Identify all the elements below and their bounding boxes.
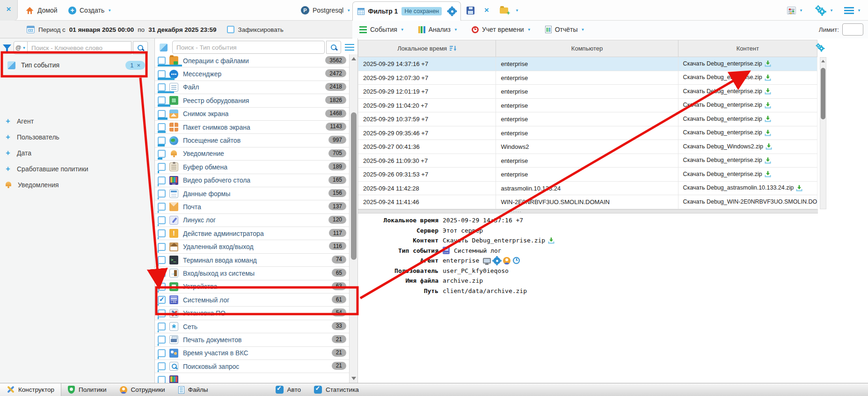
download-link[interactable]: Скачать Debug_WIN-2E0NRBVF3UO.SMOLIN.DOM… [683, 195, 817, 209]
person-icon[interactable] [503, 257, 511, 264]
event-type-checkbox[interactable] [158, 83, 166, 91]
event-type-checkbox[interactable] [158, 296, 166, 304]
tab-analysis[interactable]: Анализ ▼ [418, 26, 458, 33]
sidebar-item-agent[interactable]: + Агент [0, 113, 154, 129]
keyword-mode-select[interactable]: @▼ [14, 41, 28, 54]
close-filter-button[interactable]: × [484, 0, 489, 21]
event-type-row[interactable]: Терминал ввода команд 74 [155, 254, 350, 267]
tab-filter-1[interactable]: Фильтр 1 Не сохранен [352, 1, 461, 21]
events-scrollbar[interactable] [820, 57, 826, 209]
event-type-checkbox[interactable] [158, 243, 166, 251]
statistics-checkbox[interactable]: Статистика [314, 386, 359, 394]
column-header-computer[interactable]: Компьютер [496, 40, 678, 57]
monitor-icon[interactable] [483, 258, 491, 264]
event-type-checkbox[interactable] [158, 137, 166, 145]
view-settings-button[interactable]: ▼ [787, 0, 803, 21]
download-link[interactable]: Скачать Debug_enterprise.zip [683, 112, 762, 126]
event-type-row[interactable]: Вход/выход из системы 65 [155, 267, 350, 280]
filter-chip-event-type[interactable]: Тип события 1 × [0, 56, 154, 74]
event-type-checkbox[interactable] [158, 309, 166, 317]
download-icon[interactable] [765, 157, 771, 164]
event-type-row[interactable]: Поисковый запрос 21 [155, 360, 350, 373]
event-type-row[interactable]: Действие администратора 117 [155, 227, 350, 240]
event-type-row[interactable]: Данные формы 156 [155, 187, 350, 200]
event-type-row[interactable] [155, 373, 350, 383]
download-icon[interactable] [765, 102, 771, 109]
event-type-row[interactable]: Почта 137 [155, 200, 350, 213]
sidebar-item-user[interactable]: + Пользователь [0, 129, 154, 145]
scroll-down-icon[interactable] [351, 377, 356, 380]
services-button[interactable]: ▼ [815, 0, 833, 21]
event-type-row[interactable]: Буфер обмена 189 [155, 161, 350, 174]
table-row[interactable]: 2025-09-26 09:31:53 +7 enterprise Скачат… [358, 168, 817, 182]
event-type-checkbox[interactable] [158, 190, 166, 198]
tab-employees[interactable]: Сотрудники [113, 383, 172, 396]
scroll-up-icon[interactable] [351, 57, 356, 60]
tab-events[interactable]: События ▼ [359, 26, 404, 33]
column-header-content[interactable]: Контент [678, 40, 817, 57]
scroll-up-icon[interactable] [821, 60, 825, 63]
sidebar-item-notifications[interactable]: Уведомления [0, 177, 154, 193]
sidebar-item-triggered-policies[interactable]: + Сработавшие политики [0, 161, 154, 177]
event-type-checkbox[interactable] [158, 57, 166, 65]
keyword-search-button[interactable] [133, 41, 148, 54]
event-type-search-button[interactable] [326, 41, 341, 54]
event-type-search-input[interactable] [172, 41, 325, 54]
event-type-checkbox[interactable] [158, 163, 166, 171]
event-type-checkbox[interactable] [158, 349, 166, 357]
event-type-row[interactable]: Устройства 63 [155, 280, 350, 293]
fix-period-checkbox[interactable] [227, 26, 234, 33]
download-link[interactable]: Скачать Debug_enterprise.zip [683, 154, 762, 168]
download-link[interactable]: Скачать Debug_enterprise.zip [443, 237, 545, 244]
event-type-checkbox[interactable] [158, 229, 166, 237]
download-link[interactable]: Скачать Debug_Windows2.zip [683, 140, 763, 154]
download-icon[interactable] [765, 88, 771, 95]
expand-plus-icon[interactable]: + [5, 133, 11, 141]
save-filter-button[interactable] [467, 0, 474, 21]
table-row[interactable]: 2025-09-27 00:41:36 Windows2 Скачать Deb… [358, 140, 817, 154]
main-menu-button[interactable]: ▼ [844, 0, 861, 21]
event-type-checkbox[interactable] [158, 336, 166, 344]
event-type-checkbox[interactable] [158, 269, 166, 277]
tab-constructor[interactable]: Конструктор [0, 383, 61, 396]
event-type-row[interactable]: Сеть 33 [155, 320, 350, 333]
table-row[interactable]: 2025-09-29 10:37:59 +7 enterprise Скачат… [358, 112, 817, 126]
expand-plus-icon[interactable]: + [5, 117, 11, 125]
event-type-row[interactable]: Реестр оборудования 1826 [155, 94, 350, 107]
tab-files[interactable]: Файлы [172, 383, 215, 396]
table-row[interactable]: 2025-09-29 11:04:20 +7 enterprise Скачат… [358, 99, 817, 113]
table-row[interactable]: 2025-09-29 14:37:16 +7 enterprise Скачат… [358, 57, 817, 71]
download-icon[interactable] [765, 116, 771, 122]
event-type-checkbox[interactable] [158, 323, 166, 330]
auto-checkbox[interactable]: Авто [276, 386, 301, 394]
download-icon[interactable] [548, 237, 554, 244]
period-control[interactable]: Период с 01 января 2025 00:00 по 31 дека… [27, 21, 284, 38]
event-type-checkbox[interactable] [158, 376, 166, 383]
event-type-scrollbar[interactable] [349, 54, 357, 383]
column-settings-gears-icon[interactable] [816, 44, 824, 51]
download-link[interactable]: Скачать Debug_enterprise.zip [683, 71, 762, 85]
table-row[interactable]: 2025-09-26 11:09:30 +7 enterprise Скачат… [358, 154, 817, 168]
download-link[interactable]: Скачать Debug_enterprise.zip [683, 126, 762, 140]
tab-policies[interactable]: Политики [61, 383, 113, 396]
event-type-checkbox[interactable] [158, 283, 166, 291]
event-type-checkbox[interactable] [158, 96, 166, 104]
scrollbar-thumb[interactable] [351, 112, 357, 260]
event-type-row[interactable]: Мессенджер 2472 [155, 67, 350, 81]
event-type-checkbox[interactable] [158, 123, 166, 131]
database-selector[interactable]: P Postgresql ▼ [301, 0, 350, 21]
event-type-checkbox[interactable] [158, 70, 166, 78]
event-type-checkbox[interactable] [158, 256, 166, 264]
download-icon[interactable] [765, 74, 771, 81]
close-icon[interactable]: × [0, 0, 18, 21]
download-link[interactable]: Скачать Debug_enterprise.zip [683, 168, 762, 181]
event-type-row[interactable]: Установка ПО 54 [155, 307, 350, 320]
event-type-row[interactable]: Удаленный вход/выход 116 [155, 240, 350, 253]
create-button[interactable]: + Создать ▼ [68, 0, 111, 21]
tab-time-tracking[interactable]: Учет времени ▼ [472, 26, 531, 33]
tab-reports[interactable]: Отчёты ▼ [545, 26, 585, 33]
event-type-checkbox[interactable] [158, 216, 166, 224]
event-type-row[interactable]: Время участия в ВКС 21 [155, 347, 350, 360]
download-icon[interactable] [796, 185, 802, 191]
download-icon[interactable] [766, 143, 772, 150]
